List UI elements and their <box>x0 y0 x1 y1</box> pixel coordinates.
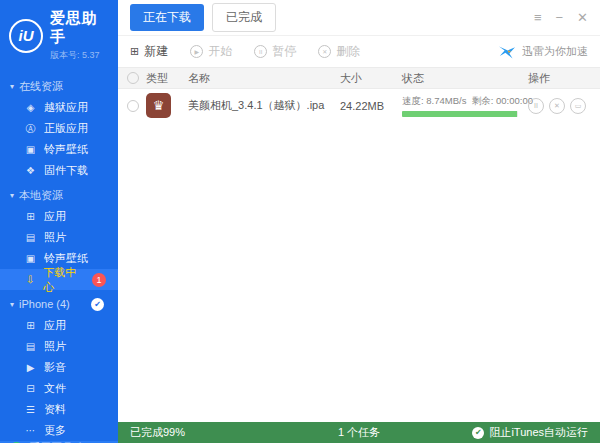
start-icon: ▶ <box>190 45 203 58</box>
sidebar: iU 爱思助手 版本号: 5.37 ▾ 在线资源 ◈ 越狱应用 Ⓐ 正版应用 ▣ <box>0 0 118 443</box>
pause-button[interactable]: II 暂停 <box>254 43 296 60</box>
block-itunes-label: 阻止iTunes自动运行 <box>489 425 588 440</box>
sidebar-item-label: 照片 <box>44 230 66 245</box>
delete-label: 删除 <box>336 43 360 60</box>
beautycam-app-icon: ♛ <box>146 93 171 118</box>
download-speed: 速度: 8.74MB/s <box>402 95 466 106</box>
connected-check-icon: ✔ <box>91 298 104 311</box>
section-local-resources[interactable]: ▾ 本地资源 <box>0 184 118 206</box>
ringtone-wallpaper-icon: ▣ <box>24 144 37 155</box>
sidebar-item-jailbreak-apps[interactable]: ◈ 越狱应用 <box>0 97 118 118</box>
thunder-accelerator[interactable]: 迅雷为你加速 <box>497 44 588 60</box>
logo-area: iU 爱思助手 版本号: 5.37 <box>0 0 118 68</box>
time-remaining: 剩余: 00:00:00 <box>472 95 533 106</box>
toolbar: ⊞ 新建 ▶ 开始 II 暂停 ✕ 删除 迅雷为你加速 <box>118 36 600 67</box>
media-icon: ▶ <box>24 362 37 373</box>
sidebar-item-label: 固件下载 <box>44 163 88 178</box>
sidebar-item-label: 下载中心 <box>43 265 85 295</box>
sidebar-item-label: 应用 <box>44 209 66 224</box>
sidebar-nav: ▾ 在线资源 ◈ 越狱应用 Ⓐ 正版应用 ▣ 铃声壁纸 ❖ 固件下载 ▾ <box>0 68 118 441</box>
col-type: 类型 <box>146 71 188 86</box>
progress-bar <box>402 111 518 117</box>
sidebar-item-label: 越狱应用 <box>44 100 88 115</box>
file-size: 24.22MB <box>340 100 402 112</box>
chevron-down-icon: ▾ <box>10 82 14 91</box>
sidebar-item-firmware-download[interactable]: ❖ 固件下载 <box>0 160 118 181</box>
delete-icon: ✕ <box>318 45 331 58</box>
files-icon: ⊟ <box>24 383 37 394</box>
jailbreak-apps-icon: ◈ <box>24 102 37 113</box>
section-iphone[interactable]: ▾ iPhone (4) ✔ <box>0 293 118 315</box>
apps-grid-icon: ⊞ <box>24 320 37 331</box>
window-controls: ≡ − ✕ <box>534 10 588 25</box>
task-count-label: 1 个任务 <box>338 425 380 440</box>
minimize-icon[interactable]: − <box>556 10 564 25</box>
col-status: 状态 <box>402 71 528 86</box>
select-all-radio[interactable] <box>127 72 139 84</box>
pause-icon: II <box>254 45 267 58</box>
app-logo-icon: iU <box>9 19 43 53</box>
sidebar-item-download-center[interactable]: ⇩ 下载中心 1 <box>0 269 118 290</box>
photos-icon: ▤ <box>24 341 37 352</box>
row-cancel-icon[interactable]: ✕ <box>549 98 565 114</box>
table-empty-area <box>118 122 600 422</box>
section-title: 本地资源 <box>19 188 63 203</box>
table-row[interactable]: ♛ 美颜相机_3.4.1（越狱）.ipa 24.22MB 速度: 8.74MB/… <box>118 89 600 122</box>
status-text: 速度: 8.74MB/s 剩余: 00:00:00 <box>402 95 518 108</box>
start-label: 开始 <box>208 43 232 60</box>
ringtone-wallpaper-icon: ▣ <box>24 253 37 264</box>
main-content: 正在下载 已完成 ≡ − ✕ ⊞ 新建 ▶ 开始 II 暂停 ✕ <box>118 0 600 443</box>
col-ops: 操作 <box>528 71 600 86</box>
start-button[interactable]: ▶ 开始 <box>190 43 232 60</box>
sidebar-item-label: 文件 <box>44 381 66 396</box>
sidebar-item-local-apps[interactable]: ⊞ 应用 <box>0 206 118 227</box>
sidebar-item-iphone-files[interactable]: ⊟ 文件 <box>0 378 118 399</box>
apps-grid-icon: ⊞ <box>24 211 37 222</box>
row-select-radio[interactable] <box>127 100 139 112</box>
download-count-badge: 1 <box>92 273 106 287</box>
new-task-icon: ⊞ <box>130 45 139 58</box>
delete-button[interactable]: ✕ 删除 <box>318 43 360 60</box>
section-online-resources[interactable]: ▾ 在线资源 <box>0 75 118 97</box>
sidebar-item-local-photos[interactable]: ▤ 照片 <box>0 227 118 248</box>
sidebar-item-label: 应用 <box>44 318 66 333</box>
open-folder-icon[interactable]: ▭ <box>570 98 586 114</box>
col-name: 名称 <box>188 71 340 86</box>
sidebar-item-label: 照片 <box>44 339 66 354</box>
accelerator-label: 迅雷为你加速 <box>522 44 588 59</box>
app-window: iU 爱思助手 版本号: 5.37 ▾ 在线资源 ◈ 越狱应用 Ⓐ 正版应用 ▣ <box>0 0 600 443</box>
app-title: 爱思助手 <box>50 9 110 47</box>
sidebar-item-ringtone-wallpaper-online[interactable]: ▣ 铃声壁纸 <box>0 139 118 160</box>
chevron-down-icon: ▾ <box>10 300 14 309</box>
download-icon: ⇩ <box>24 274 36 285</box>
sidebar-item-iphone-more[interactable]: ⋯ 更多 <box>0 420 118 441</box>
sidebar-item-genuine-apps[interactable]: Ⓐ 正版应用 <box>0 118 118 139</box>
sidebar-item-label: 影音 <box>44 360 66 375</box>
overall-progress-label: 已完成99% <box>130 425 338 440</box>
section-title: 在线资源 <box>19 79 63 94</box>
sidebar-item-label: 正版应用 <box>44 121 88 136</box>
file-name: 美颜相机_3.4.1（越狱）.ipa <box>188 98 340 113</box>
sidebar-item-label: 更多 <box>44 423 66 438</box>
new-task-label: 新建 <box>144 43 168 60</box>
photos-icon: ▤ <box>24 232 37 243</box>
chevron-down-icon: ▾ <box>10 191 14 200</box>
tab-completed[interactable]: 已完成 <box>212 3 276 32</box>
data-list-icon: ☰ <box>24 404 37 415</box>
block-itunes-toggle[interactable]: ✔ 阻止iTunes自动运行 <box>380 425 588 440</box>
sidebar-item-iphone-apps[interactable]: ⊞ 应用 <box>0 315 118 336</box>
sidebar-item-iphone-photos[interactable]: ▤ 照片 <box>0 336 118 357</box>
menu-icon[interactable]: ≡ <box>534 10 542 25</box>
logo-text-block: 爱思助手 版本号: 5.37 <box>50 9 110 62</box>
row-actions: II ✕ ▭ <box>528 98 600 114</box>
check-circle-icon: ✔ <box>472 427 484 439</box>
genuine-apps-icon: Ⓐ <box>24 122 37 136</box>
new-task-button[interactable]: ⊞ 新建 <box>130 43 168 60</box>
titlebar: 正在下载 已完成 ≡ − ✕ <box>118 0 600 36</box>
tab-downloading[interactable]: 正在下载 <box>130 4 204 31</box>
sidebar-item-iphone-data[interactable]: ☰ 资料 <box>0 399 118 420</box>
sidebar-item-iphone-media[interactable]: ▶ 影音 <box>0 357 118 378</box>
more-icon: ⋯ <box>24 425 37 436</box>
row-pause-icon[interactable]: II <box>528 98 544 114</box>
close-icon[interactable]: ✕ <box>577 10 588 25</box>
